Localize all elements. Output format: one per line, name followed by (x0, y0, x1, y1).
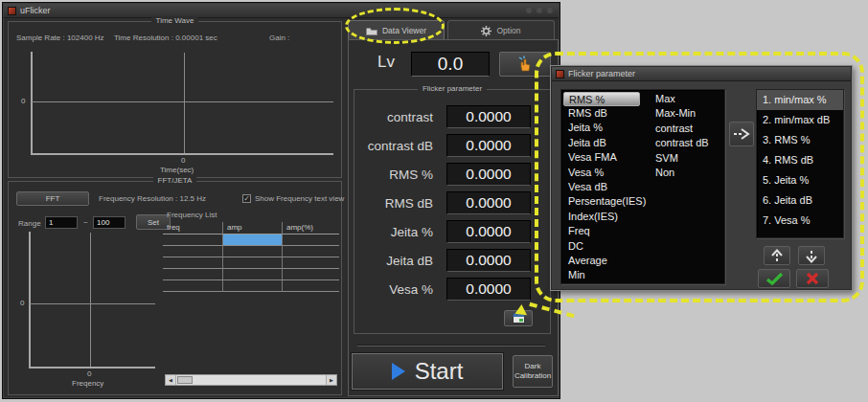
param-label: RMS % (358, 168, 439, 182)
main-titlebar[interactable]: uFlicker (4, 4, 559, 18)
param-value: 0.0000 (446, 134, 531, 157)
annotation-rectangle (535, 52, 864, 302)
table-row[interactable] (163, 269, 339, 280)
table-row[interactable] (163, 280, 339, 292)
window-title: uFlicker (20, 6, 51, 15)
gear-icon (481, 26, 491, 36)
param-label: Vesa % (358, 282, 439, 297)
dark-calibration-line1: Dark (525, 362, 541, 371)
param-value: 0.0000 (446, 278, 531, 301)
lv-value: 0.0 (411, 52, 490, 77)
horizontal-scrollbar[interactable]: ◀ ▶ (165, 374, 337, 386)
time-resolution-label: Time Resolution : 0.00001 sec (114, 34, 217, 42)
col-header-amp[interactable]: amp (222, 222, 282, 234)
x-axis-title: Freqency (72, 379, 103, 388)
param-label: Jeita % (358, 225, 439, 239)
param-label: RMS dB (358, 196, 439, 211)
close-button[interactable] (547, 8, 553, 13)
param-value: 0.0000 (446, 105, 531, 128)
flicker-parameter-group: Flicker parameter contrast0.0000 contras… (354, 89, 551, 334)
start-button-label: Start (415, 358, 464, 385)
dark-calibration-button[interactable]: Dark Calibration (513, 355, 553, 388)
fft-jeta-group: FFT/JETA FFT Frequency Resolution : 12.5… (8, 181, 342, 395)
param-label: contrast dB (358, 139, 439, 153)
x-zero-label: 0 (181, 156, 185, 165)
frequency-resolution-label: Frequency Resolution : 12.5 Hz (99, 194, 206, 203)
app-icon (8, 7, 16, 15)
hand-pointer-icon (517, 56, 533, 73)
window-controls (526, 8, 553, 13)
tab-label: Option (496, 26, 520, 35)
zero-line-horizontal (30, 303, 155, 304)
main-window: uFlicker Time Wave Sample Rate : 102400 … (2, 2, 560, 399)
time-wave-group: Time Wave Sample Rate : 102400 Hz Time R… (8, 21, 342, 178)
tab-option[interactable]: Option (447, 20, 555, 40)
x-axis-line (29, 367, 155, 368)
param-label: Jeita dB (358, 254, 439, 268)
table-row[interactable] (163, 234, 339, 246)
play-icon (392, 363, 405, 380)
param-value: 0.0000 (446, 191, 531, 214)
range-to-input[interactable] (93, 216, 126, 229)
x-axis-title: Time(sec) (160, 166, 194, 174)
param-value: 0.0000 (446, 163, 531, 186)
frequency-list-caption: Frequency List (167, 211, 217, 219)
zero-line-vertical (184, 53, 185, 153)
y-zero-label: 0 (21, 97, 25, 105)
show-frequency-label: Show Frequency text view (255, 194, 344, 203)
flicker-parameter-caption: Flicker parameter (418, 84, 487, 93)
param-label: contrast (358, 110, 439, 124)
table-row[interactable] (163, 257, 339, 269)
y-zero-label: 0 (20, 299, 24, 307)
x-zero-label: 0 (87, 369, 91, 378)
range-label: Range (18, 219, 41, 228)
table-header-row: freq amp amp(%) (163, 222, 339, 234)
show-frequency-checkbox[interactable]: ✓ (242, 194, 251, 203)
selected-cell[interactable] (222, 234, 282, 246)
fft-button[interactable]: FFT (16, 191, 89, 206)
maximize-button[interactable] (537, 8, 542, 13)
minimize-button[interactable] (526, 8, 532, 13)
frequency-list-table: freq amp amp(%) (163, 222, 339, 292)
time-wave-caption: Time Wave (151, 16, 199, 25)
scroll-left-icon[interactable]: ◀ (166, 375, 176, 385)
param-value: 0.0000 (446, 220, 531, 243)
fft-graph: 0 0 Freqency (9, 232, 162, 394)
gain-label: Gain : (269, 34, 289, 42)
param-value: 0.0000 (446, 249, 531, 272)
annotation-ellipse (345, 8, 445, 44)
separator (357, 345, 545, 346)
start-button[interactable]: Start (352, 353, 503, 390)
scrollbar-thumb[interactable] (177, 376, 193, 384)
zero-line-horizontal (32, 101, 333, 102)
scroll-right-icon[interactable]: ▶ (326, 375, 336, 385)
zero-line-vertical (90, 233, 91, 367)
dark-calibration-line2: Calibration (514, 371, 551, 381)
range-separator: ~ (83, 218, 88, 227)
sample-rate-label: Sample Rate : 102400 Hz (16, 34, 104, 42)
col-header-amp-pct[interactable]: amp(%) (282, 222, 339, 234)
fft-jeta-caption: FFT/JETA (153, 176, 197, 185)
x-axis-line (31, 153, 333, 155)
time-wave-graph: 0 0 Time(sec) (9, 49, 341, 177)
table-row[interactable] (163, 246, 339, 257)
range-from-input[interactable] (45, 216, 78, 229)
lv-label: Lv (377, 53, 395, 72)
y-axis-line (31, 52, 33, 153)
col-header-freq[interactable]: freq (163, 222, 222, 234)
y-axis-line (29, 232, 31, 368)
